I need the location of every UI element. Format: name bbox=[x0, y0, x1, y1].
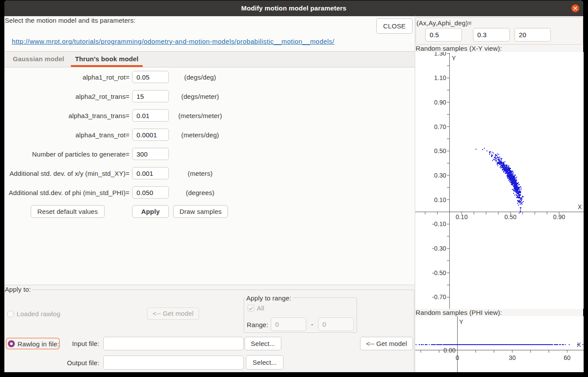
svg-text:Y: Y bbox=[452, 55, 456, 62]
svg-text:-0.30: -0.30 bbox=[432, 245, 446, 252]
svg-text:30: 30 bbox=[509, 354, 516, 361]
svg-text:0.50: 0.50 bbox=[434, 147, 446, 154]
svg-text:1.30: 1.30 bbox=[434, 52, 446, 57]
svg-text:-0.50: -0.50 bbox=[432, 269, 446, 276]
svg-text:0.10: 0.10 bbox=[455, 213, 468, 220]
svg-text:0.90: 0.90 bbox=[434, 99, 446, 106]
svg-text:0: 0 bbox=[456, 354, 459, 361]
svg-text:0.70: 0.70 bbox=[434, 123, 446, 130]
svg-text:0.50: 0.50 bbox=[504, 213, 517, 220]
svg-text:0.10: 0.10 bbox=[434, 196, 446, 203]
svg-text:-0.10: -0.10 bbox=[432, 220, 446, 227]
svg-text:0.30: 0.30 bbox=[434, 172, 446, 179]
svg-text:0.00: 0.00 bbox=[444, 347, 456, 354]
svg-text:-0.70: -0.70 bbox=[432, 293, 446, 300]
svg-text:1.10: 1.10 bbox=[434, 74, 446, 81]
svg-text:60: 60 bbox=[564, 354, 570, 361]
svg-text:Y: Y bbox=[459, 318, 464, 325]
svg-text:0.90: 0.90 bbox=[553, 213, 565, 220]
svg-text:X: X bbox=[578, 203, 582, 210]
